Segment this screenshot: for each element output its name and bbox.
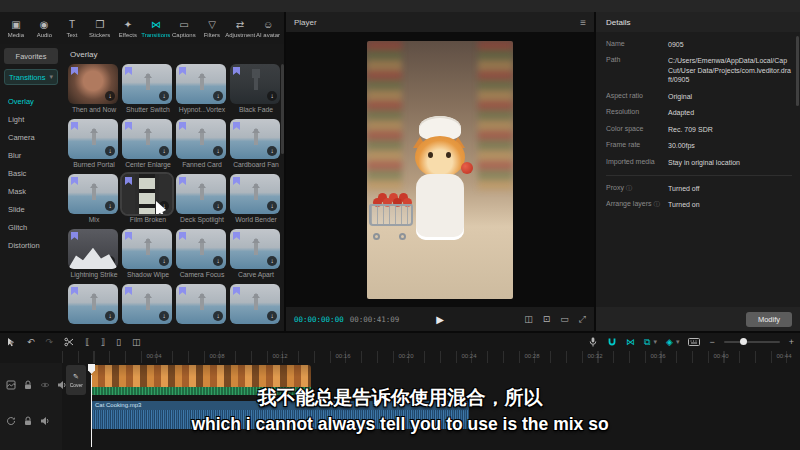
delete-right-button[interactable]: ⟧ [101,337,105,347]
modify-button[interactable]: Modify [746,312,792,327]
transition-item[interactable]: ↓ [176,284,228,331]
download-icon: ↓ [267,256,277,266]
download-icon: ↓ [213,91,223,101]
transition-shutter-switch[interactable]: ↓Shutter Switch [122,64,174,115]
zoom-out-button[interactable]: − [709,337,714,347]
transition-camera-focus[interactable]: ↓Camera Focus [176,229,228,280]
split-button[interactable] [64,337,74,348]
tab-effects[interactable]: ✦Effects [114,19,142,38]
sidebar-item-blur[interactable]: Blur [4,146,58,164]
track-cover-icon[interactable] [6,375,16,393]
sidebar-item-slide[interactable]: Slide [4,200,58,218]
undo-button[interactable]: ↶ [27,337,35,347]
loop-icon[interactable] [6,411,16,429]
transition-cardboard-fan[interactable]: ↓Cardboard Fan [230,119,282,170]
sidebar-item-light[interactable]: Light [4,110,58,128]
mute-track-icon[interactable] [40,411,50,429]
info-icon: ⓘ [626,184,633,191]
transition-shadow-wipe[interactable]: ↓Shadow Wipe [122,229,174,280]
captions-icon: ▭ [179,19,188,30]
sidebar-item-glitch[interactable]: Glitch [4,218,58,236]
video-clip-audio-waveform [91,387,311,395]
timeline-panel: ▾ ↶ ↷ ⟦ ⟧ ▯ ◫ ⋈ ⧉▾ ◈▾ − + 00: [0,333,800,450]
download-icon: ↓ [159,311,169,321]
sidebar-item-overlay[interactable]: Overlay [4,92,58,110]
details-scrollbar[interactable] [796,36,799,106]
transition-deck-spotlight[interactable]: ↓Deck Spotlight [176,174,228,225]
fullscreen-icon[interactable]: ⤢ [579,314,586,325]
sidebar-item-camera[interactable]: Camera [4,128,58,146]
edit-cover-button[interactable]: ✎ Cover [66,365,86,395]
transition-film-broken[interactable]: ↓Film Broken [122,174,174,225]
transition-carve-apart[interactable]: ↓Carve Apart [230,229,282,280]
download-icon: ↓ [213,201,223,211]
tab-audio[interactable]: ◉Audio [30,19,58,38]
timeline-zoom-slider[interactable] [724,341,780,343]
sidebar-item-distortion[interactable]: Distortion [4,236,58,254]
transition-fanned-card[interactable]: ↓Fanned Card [176,119,228,170]
lock-icon[interactable] [23,411,33,429]
bookmark-icon [179,177,186,185]
zoom-slider-handle[interactable] [740,338,747,345]
shortcut-keys-icon[interactable] [688,337,700,348]
hide-track-icon[interactable] [40,375,50,393]
transition-center-enlarge[interactable]: ↓Center Enlarge [122,119,174,170]
transition-burned-portal[interactable]: ↓Burned Portal [68,119,120,170]
ratio-icon[interactable]: ▭ [560,314,569,325]
zoom-in-button[interactable]: + [789,337,794,347]
tab-captions[interactable]: ▭Captions [170,19,198,38]
tab-media[interactable]: ▣Media [2,19,30,38]
mirror-preview-icon[interactable]: ◫ [524,314,533,325]
audio-clip[interactable]: Cat Cooking.mp3 [91,401,469,429]
delete-button[interactable]: ▯ [116,337,121,347]
delete-left-button[interactable]: ⟦ [85,337,89,347]
track-headers [0,363,62,450]
field-label: Imported media [606,158,668,167]
transition-item[interactable]: ↓ [122,284,174,331]
select-tool-button[interactable]: ▾ [6,337,16,348]
transition-item[interactable]: ↓ [230,284,282,331]
chevron-down-icon[interactable]: ▾ [654,338,658,346]
tab-filters[interactable]: ▽Filters [198,19,226,38]
tab-transitions[interactable]: ⋈Transitions [142,19,170,38]
preview-axis-icon[interactable]: ⧉ [644,337,650,348]
redo-button[interactable]: ↷ [46,337,54,347]
tab-text[interactable]: TText [58,19,86,38]
lock-icon[interactable] [23,375,33,393]
sidebar-item-mask[interactable]: Mask [4,182,58,200]
timeline-ruler[interactable]: 00:04 00:08 00:12 00:16 00:20 00:24 00:2… [62,351,800,363]
tab-ai-avatar[interactable]: ☺AI avatar [254,19,282,38]
magnet-snap-icon[interactable] [607,337,617,348]
transition-then-and-now[interactable]: ↓Then and Now [68,64,120,115]
sidebar-favorites[interactable]: Favorites [4,48,58,64]
tab-stickers[interactable]: ❐Stickers [86,19,114,38]
chevron-down-icon[interactable]: ▾ [676,338,680,346]
player-controls: 00:00:00:00 00:00:41:09 ▶ ◫ ⊡ ▭ ⤢ [286,307,594,331]
transition-item[interactable]: ↓ [68,284,120,331]
transition-lightning-strike[interactable]: ↓Lightning Strike [68,229,120,280]
video-clip[interactable] [91,365,311,395]
transition-mix[interactable]: ↓Mix [68,174,120,225]
player-menu-icon[interactable]: ≡ [580,17,586,28]
transition-black-fade[interactable]: ↓Black Fade [230,64,282,115]
bookmark-icon [71,67,78,75]
grid-scrollbar[interactable] [281,64,284,154]
sidebar-group-transitions[interactable]: Transitions ▾ [4,69,58,85]
transitions-sidebar: Favorites Transitions ▾ Overlay Light Ca… [0,44,62,331]
record-voiceover-icon[interactable] [588,337,598,348]
tab-adjustment[interactable]: ⇄Adjustment [226,19,254,38]
fit-icon[interactable]: ⊡ [543,314,551,325]
play-button[interactable]: ▶ [436,314,444,325]
transition-hypnot-vortex[interactable]: ↓Hypnot...Vortex [176,64,228,115]
linking-icon[interactable]: ⋈ [626,337,635,347]
mirror-clip-button[interactable]: ◫ [132,337,141,347]
chevron-down-icon: ▾ [10,339,14,346]
playhead[interactable] [91,375,92,447]
ai-avatar-icon: ☺ [263,19,273,30]
bookmark-icon [71,232,78,240]
transition-world-bender[interactable]: ↓World Bender [230,174,282,225]
video-preview[interactable] [367,41,513,299]
auto-ripple-icon[interactable]: ◈ [666,337,673,347]
sidebar-item-basic[interactable]: Basic [4,164,58,182]
bookmark-icon [71,177,78,185]
